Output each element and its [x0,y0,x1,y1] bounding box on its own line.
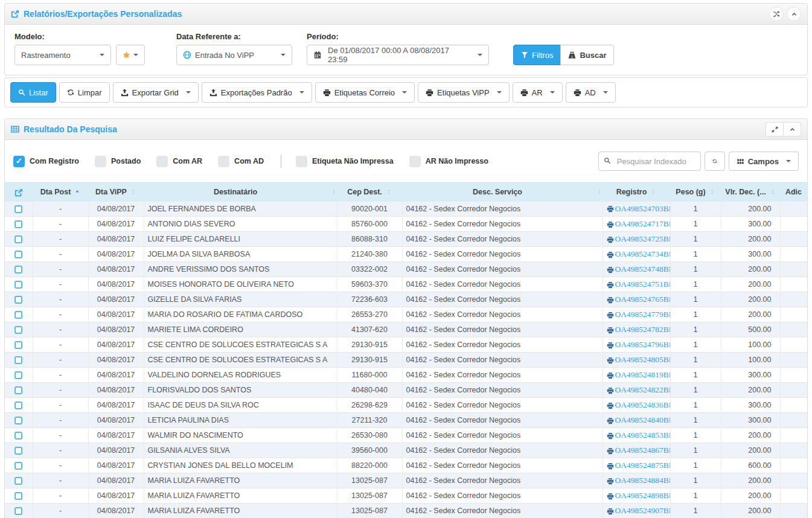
row-checkbox[interactable] [14,386,22,394]
row-checkbox[interactable] [14,251,22,258]
row-checkbox[interactable] [14,507,22,515]
header-peso[interactable]: Peso (g) [670,183,721,202]
print-icon[interactable] [607,357,614,364]
row-checkbox[interactable] [14,281,22,289]
modelo-select[interactable]: Rastreamento [14,45,111,65]
print-icon[interactable] [607,493,614,500]
favorites-dropdown-button[interactable] [116,45,145,65]
row-checkbox[interactable] [14,235,22,243]
header-desc-servico[interactable]: Desc. Serviço [402,183,603,202]
com-ad-checkbox[interactable] [218,156,229,167]
shuffle-button[interactable] [769,7,784,21]
row-checkbox[interactable] [14,492,22,500]
header-vlr-dec[interactable]: Vlr. Dec. (... [721,183,780,202]
registro-link[interactable]: OA498524836BR [615,400,671,409]
print-icon[interactable] [607,387,614,394]
registro-link[interactable]: OA498524907BR [615,506,671,515]
row-checkbox[interactable] [14,371,22,379]
registro-link[interactable]: OA498524717BR [615,219,671,228]
registro-link[interactable]: OA498524867BR [615,446,671,455]
print-icon[interactable] [607,402,614,409]
row-checkbox[interactable] [14,220,22,228]
checkbox-etiqueta-nao-impressa[interactable]: Etiqueta Não Impressa [296,156,394,167]
registro-link[interactable]: OA498524751BR [615,280,671,289]
registro-link[interactable]: OA498524805BR [615,355,671,364]
data-referente-select[interactable]: Entrada No ViPP [176,45,292,65]
print-icon[interactable] [607,205,614,213]
registro-link[interactable]: OA498524796BR [615,340,671,349]
header-registro[interactable]: Registro [603,183,670,202]
print-icon[interactable] [607,312,614,319]
postado-checkbox[interactable] [95,156,106,167]
row-checkbox[interactable] [14,401,22,409]
checkbox-ar-nao-impresso[interactable]: AR Não Impresso [409,156,488,167]
checkbox-postado[interactable]: Postado [95,156,141,167]
registro-link[interactable]: OA498524765BR [615,295,671,304]
print-icon[interactable] [607,372,614,379]
registro-link[interactable]: OA498524822BR [615,385,671,394]
buscar-button[interactable]: Buscar [560,45,614,65]
exportacoes-padrao-button[interactable]: Exportações Padrão [202,82,312,103]
print-icon[interactable] [607,432,614,440]
com-registro-checkbox[interactable] [13,156,25,167]
print-icon[interactable] [607,462,614,470]
registro-link[interactable]: OA498524853BR [615,430,671,440]
etiquetas-vipp-button[interactable]: Etiquetas ViPP [418,82,509,103]
print-icon[interactable] [607,296,614,304]
row-checkbox[interactable] [14,326,22,334]
listar-button[interactable]: Listar [10,82,56,103]
registro-link[interactable]: OA498524725BR [615,234,671,243]
row-checkbox[interactable] [14,462,22,470]
header-dta-vipp[interactable]: Dta ViPP [88,183,144,202]
row-checkbox[interactable] [14,341,22,349]
ad-button[interactable]: AD [566,82,616,103]
registro-link[interactable]: OA498524840BR [615,415,671,424]
header-dta-post[interactable]: Dta Post [33,183,88,202]
registro-link[interactable]: OA498524898BR [615,491,671,500]
print-icon[interactable] [607,266,614,273]
checkbox-com-ad[interactable]: Com AD [218,156,264,167]
print-icon[interactable] [607,478,614,485]
etiquetas-correio-button[interactable]: Etiquetas Correio [315,82,415,103]
row-checkbox[interactable] [14,356,22,364]
print-icon[interactable] [607,281,614,289]
registro-link[interactable]: OA498524779BR [615,310,671,319]
registro-link[interactable]: OA498524748BR [615,264,671,273]
filtros-button[interactable]: Filtros [513,45,561,65]
header-destinatario[interactable]: Destinatário [144,183,337,202]
exportar-grid-button[interactable]: Exportar Grid [113,82,199,103]
search-input[interactable] [598,152,701,171]
row-checkbox[interactable] [14,296,22,304]
registro-link[interactable]: OA498524734BR [615,249,671,258]
row-checkbox[interactable] [14,266,22,273]
print-icon[interactable] [607,251,614,258]
com-ar-checkbox[interactable] [156,156,168,167]
registro-link[interactable]: OA498524703BR [615,204,671,213]
registro-link[interactable]: OA498524782BR [615,325,671,334]
expand-panel-button[interactable] [766,122,784,136]
campos-button[interactable]: Campos [729,152,799,171]
print-icon[interactable] [607,221,614,228]
print-icon[interactable] [607,417,614,424]
refresh-grid-button[interactable] [705,152,725,171]
etiqueta-nao-impressa-checkbox[interactable] [296,156,307,167]
row-checkbox[interactable] [14,447,22,455]
print-icon[interactable] [607,342,614,349]
registro-link[interactable]: OA498524875BR [615,461,671,470]
checkbox-com-ar[interactable]: Com AR [156,156,202,167]
ar-button[interactable]: AR [513,82,563,103]
header-select-all[interactable] [5,183,33,202]
row-checkbox[interactable] [14,477,22,485]
ar-nao-impresso-checkbox[interactable] [409,156,421,167]
print-icon[interactable] [607,236,614,243]
print-icon[interactable] [607,327,614,334]
row-checkbox[interactable] [14,311,22,319]
print-icon[interactable] [607,508,614,515]
header-adic[interactable]: Adic [780,183,807,202]
collapse-results-button[interactable] [783,122,801,136]
header-cep-dest[interactable]: Cep Dest. [337,183,402,202]
registro-link[interactable]: OA498524819BR [615,370,671,379]
row-checkbox[interactable] [14,432,22,440]
row-checkbox[interactable] [14,205,22,213]
periodo-input[interactable]: De 01/08/2017 00:00 A 08/08/2017 23:59 [307,45,489,65]
